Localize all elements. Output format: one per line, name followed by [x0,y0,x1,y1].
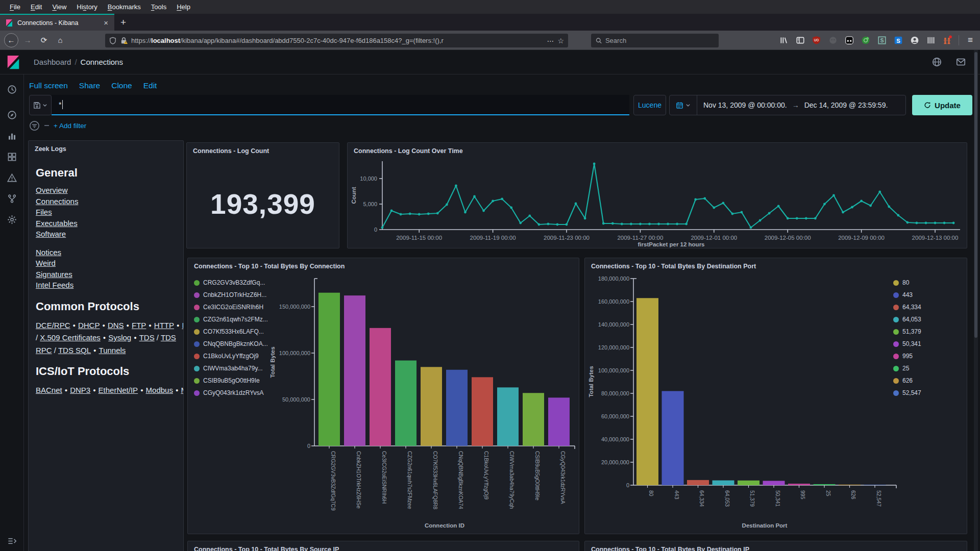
zeek-link-irc[interactable]: IRC [182,321,184,330]
zeek-link-mqtt[interactable]: MQTT [181,386,184,394]
bookmark-star-icon[interactable]: ☆ [557,37,564,45]
legend-item[interactable]: 64,053 [893,313,921,325]
legend-item[interactable]: 443 [893,289,921,301]
legend-item[interactable]: 80 [893,277,921,289]
zeek-link-x-509-certificates[interactable]: X.509 Certificates [40,333,100,342]
account-icon[interactable] [910,35,919,45]
browser-search-box[interactable] [591,34,719,47]
scrollbar-thumb[interactable] [974,52,977,338]
saved-query-button[interactable] [29,95,52,115]
bar-chart-connections[interactable]: 050,000,000100,000,000150,000,000CRG2GV3… [188,258,579,534]
sidebars-icon[interactable] [795,35,805,45]
green-star-extension-icon[interactable] [861,35,870,45]
action-clone[interactable]: Clone [111,81,132,90]
legend-item[interactable]: 50,341 [893,338,921,350]
menu-history[interactable]: History [72,3,102,11]
breadcrumb-dashboard[interactable]: Dashboard [34,58,71,66]
menu-view[interactable]: View [47,3,71,11]
zeek-link-dns[interactable]: DNS [108,321,124,330]
zeek-link-connections[interactable]: Connections [36,197,78,206]
menu-help[interactable]: Help [172,3,195,11]
stylus-icon[interactable]: S [877,35,887,45]
hamburger-menu-icon[interactable]: ≡ [966,35,975,45]
zeek-link-tds[interactable]: TDS [139,333,155,342]
discover-compass-icon[interactable] [7,110,17,120]
action-share[interactable]: Share [79,81,100,90]
tab-connections-kibana[interactable]: Connections - Kibana × [0,14,114,31]
query-language-button[interactable]: Lucene [633,95,666,115]
zeek-link-executables[interactable]: Executables [36,219,78,228]
alert-triangle-icon[interactable] [7,173,17,183]
zeek-link-syslog[interactable]: Syslog [108,333,131,342]
newsfeed-envelope-icon[interactable] [956,57,966,67]
containers-icon[interactable] [926,35,936,45]
zeek-link-tunnels[interactable]: Tunnels [99,346,126,355]
kibana-logo[interactable] [6,55,21,70]
search-input[interactable] [605,37,714,44]
ublock-origin-icon[interactable]: UO [812,35,821,45]
zeek-link-files[interactable]: Files [36,208,52,216]
people-grid-notification-icon[interactable] [942,35,952,45]
zeek-link-bacnet[interactable]: BACnet [36,386,62,394]
update-button[interactable]: Update [912,95,972,115]
library-icon[interactable] [779,35,789,45]
scrollbar[interactable] [974,50,978,551]
zeek-link-overview[interactable]: Overview [36,186,68,194]
zeek-link-tds-sql[interactable]: TDS SQL [58,346,91,355]
action-full-screen[interactable]: Full screen [29,81,68,90]
dashboard-grid-icon[interactable] [7,152,17,162]
forward-button[interactable]: → [20,33,35,47]
add-filter-link[interactable]: + Add filter [54,122,86,130]
globe-help-icon[interactable] [932,57,942,67]
zeek-link-ftp[interactable]: FTP [132,321,146,330]
collapse-nav-icon[interactable] [7,536,17,546]
back-button[interactable]: ← [4,33,18,47]
zeek-link-dhcp[interactable]: DHCP [78,321,100,330]
zeek-link-http[interactable]: HTTP [154,321,174,330]
legend-item[interactable]: 64,334 [893,301,921,313]
menu-edit[interactable]: Edit [26,3,46,11]
zeek-link-intel-feeds[interactable]: Intel Feeds [36,281,74,289]
home-button[interactable]: ⌂ [53,33,67,47]
new-tab-button[interactable]: + [114,14,132,31]
zeek-link-dnp3[interactable]: DNP3 [70,386,90,394]
menu-file[interactable]: File [5,3,25,11]
zeek-link-notices[interactable]: Notices [36,248,61,257]
tracking-protection-shield-icon[interactable] [109,37,116,44]
date-range-picker[interactable]: Nov 13, 2009 @ 00:00:00. → Dec 14, 2009 … [669,95,906,115]
action-edit[interactable]: Edit [143,81,157,90]
shodan-icon[interactable]: S [893,35,903,45]
padlock-warning-icon[interactable] [120,37,128,44]
visualize-bar-chart-icon[interactable] [7,131,17,141]
legend-item[interactable]: 51,379 [893,325,921,338]
legend-item[interactable]: 995 [893,350,921,362]
disabled-extension-icon[interactable] [828,35,838,45]
zeek-link-signatures[interactable]: Signatures [36,270,72,279]
management-gear-icon[interactable] [7,215,17,224]
zeek-link-dce-rpc[interactable]: DCE/RPC [36,321,70,330]
cookie-extension-icon[interactable] [844,35,854,45]
fork-icon[interactable] [7,194,17,204]
zeek-link-ethernet-ip[interactable]: EtherNet/IP [99,386,138,394]
legend-item[interactable]: 52,547 [893,387,921,399]
zeek-link-modbus[interactable]: Modbus [146,386,173,394]
calendar-dropdown[interactable] [670,102,697,109]
filter-icon[interactable] [29,120,40,131]
menu-tools[interactable]: Tools [146,3,171,11]
zeek-link-weird[interactable]: Weird [36,259,56,267]
legend-item[interactable]: 626 [893,374,921,387]
url-bar[interactable]: https://localhost/kibana/app/kibana#/das… [105,34,568,47]
tab-close-icon[interactable]: × [103,18,109,27]
line-chart[interactable]: 05,00010,0002009-11-15 00:002009-11-19 0… [348,143,967,248]
menu-bookmarks[interactable]: Bookmarks [103,3,145,11]
date-to[interactable]: Dec 14, 2009 @ 23:59:59. [804,101,888,109]
query-input[interactable]: * [52,95,629,115]
reload-button[interactable]: ⟳ [37,33,51,47]
legend-item[interactable]: 25 [893,362,921,374]
zeek-link-software[interactable]: Software [36,230,66,238]
svg-text:CO7Kf533Hx6LAFQ8R8: CO7Kf533Hx6LAFQ8R8 [432,451,438,510]
url-text[interactable]: https://localhost/kibana/app/kibana#/das… [131,37,543,44]
recently-viewed-clock-icon[interactable] [7,85,17,94]
page-actions-icon[interactable]: ⋯ [547,37,554,45]
date-from[interactable]: Nov 13, 2009 @ 00:00:00. [703,101,787,109]
